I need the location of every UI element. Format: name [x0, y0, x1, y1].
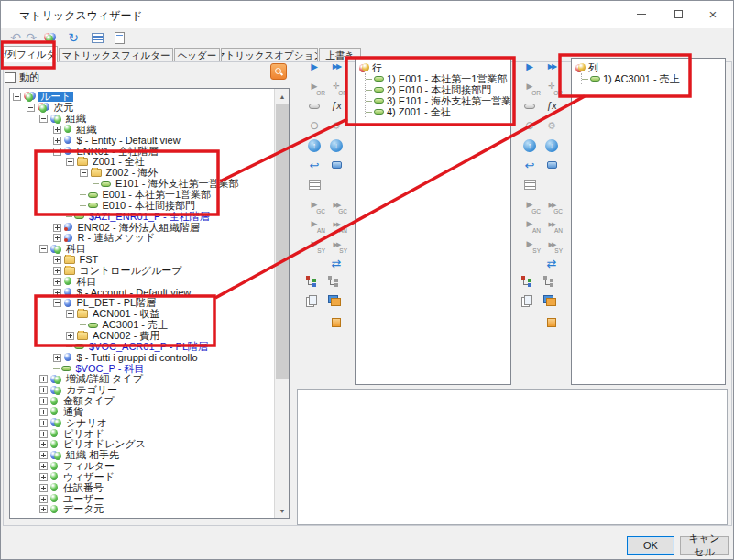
tree-item[interactable]: 次元	[10, 103, 273, 114]
expand-toggle[interactable]	[39, 451, 48, 459]
tree-item[interactable]: $VOC_ACR01_P - PL階層	[10, 341, 273, 352]
minimize-button[interactable]	[623, 1, 660, 27]
scroll-down-button[interactable]: ▼	[275, 503, 290, 518]
tree-item[interactable]: $VOC_P - 科目	[10, 363, 273, 374]
move-right-an-icon[interactable]: ▶AN	[306, 216, 323, 232]
expand-toggle[interactable]	[53, 299, 61, 307]
tab-2[interactable]: マトリックスフィルター	[59, 48, 173, 62]
element-icon[interactable]	[521, 98, 538, 114]
list-item[interactable]: 1) E001 - 本社第一1営業部	[366, 73, 510, 84]
brick-icon[interactable]	[328, 158, 345, 173]
tree-item[interactable]: E010 - 本社間接部門	[10, 200, 273, 211]
hierarchy-grey-icon[interactable]	[543, 276, 560, 291]
move-right-icon[interactable]: ▶	[521, 59, 538, 74]
expand-toggle[interactable]	[53, 354, 61, 362]
move-right-icon[interactable]: ▶	[306, 59, 323, 74]
tree-item[interactable]: ピリオドレングス	[10, 439, 273, 450]
refresh-icon[interactable]: ↻	[65, 29, 82, 46]
expand-toggle[interactable]	[53, 278, 61, 286]
tree-item[interactable]: ユーザー	[10, 493, 273, 504]
hierarchy-grey-icon[interactable]	[328, 276, 345, 291]
settings-icon[interactable]: ⚙	[543, 118, 560, 134]
hierarchy-color-icon[interactable]	[306, 276, 323, 291]
hierarchy-color-icon[interactable]	[521, 276, 538, 291]
remove-icon[interactable]: ⊖	[306, 118, 323, 134]
tree-item[interactable]: ACN002 - 費用	[10, 331, 273, 342]
scroll-up-button[interactable]: ▲	[275, 89, 290, 104]
tree-item[interactable]: 通貨	[10, 406, 273, 417]
cube-icon[interactable]	[328, 315, 345, 331]
expand-toggle[interactable]	[39, 375, 48, 383]
move-right-an-icon[interactable]: ▶AN	[521, 216, 538, 232]
scroll-thumb[interactable]	[276, 104, 289, 379]
move-right-gc-icon[interactable]: ▶GC	[521, 197, 538, 213]
tab-3[interactable]: ヘッダー	[174, 48, 220, 62]
tree-item[interactable]: Z002 - 海外	[10, 168, 273, 179]
swap-icon[interactable]: ⇄	[543, 256, 560, 271]
tree-item[interactable]: データ元	[10, 504, 273, 515]
move-all-sy-icon[interactable]: ▶▶SY	[543, 236, 560, 252]
move-all-sy-icon[interactable]: ▶▶SY	[328, 236, 345, 252]
move-all-an-icon[interactable]: ▶▶AN	[328, 216, 345, 232]
formula-icon[interactable]: ƒx	[543, 98, 560, 114]
expand-toggle[interactable]	[39, 245, 48, 253]
copy-icon[interactable]	[521, 295, 538, 311]
move-up-icon[interactable]: ↑	[306, 137, 323, 153]
move-right-sy-icon[interactable]: ▶SY	[306, 236, 323, 252]
cube-icon[interactable]	[543, 315, 560, 331]
tree-item[interactable]: カテゴリー	[10, 385, 273, 396]
expand-toggle[interactable]	[27, 104, 35, 112]
undo-icon[interactable]: ↶	[7, 29, 24, 46]
tree-item[interactable]: シナリオ	[10, 417, 273, 428]
expand-toggle[interactable]	[53, 224, 61, 232]
tree-item[interactable]: ENR01 - 全社階層	[10, 146, 273, 157]
ok-button[interactable]: OK	[627, 536, 674, 555]
tree-item[interactable]: 組織	[10, 114, 273, 125]
expand-toggle[interactable]	[39, 473, 48, 481]
dimensions-icon[interactable]	[43, 29, 60, 46]
settings-icon[interactable]: ⚙	[328, 118, 345, 134]
expand-toggle[interactable]	[66, 332, 74, 340]
list-view-icon[interactable]	[306, 177, 323, 192]
list-view-icon[interactable]	[521, 177, 538, 192]
expand-toggle[interactable]	[53, 148, 61, 156]
expand-toggle[interactable]	[13, 93, 21, 101]
cancel-button[interactable]: キャンセル	[680, 536, 729, 555]
list-item[interactable]: 4) Z001 - 全社	[366, 106, 510, 117]
redo-icon[interactable]: ↷	[23, 29, 39, 46]
tree-item[interactable]: E001 - 本社第一1営業部	[10, 190, 273, 201]
undo-arrow-icon[interactable]: ↩	[521, 158, 538, 173]
expand-toggle[interactable]	[53, 267, 61, 275]
tab-1[interactable]: 行/列フィルター	[3, 46, 58, 62]
tree-item[interactable]: 科目	[10, 276, 273, 287]
tree-item[interactable]: ウィザード	[10, 472, 273, 483]
folders-icon[interactable]	[328, 295, 345, 311]
move-right-or-icon[interactable]: ▶OR	[521, 79, 538, 94]
dynamic-checkbox[interactable]: 動的	[5, 71, 39, 84]
tree-item[interactable]: ルート	[10, 92, 273, 103]
expand-toggle[interactable]	[39, 419, 48, 427]
tree-item[interactable]: ENR02 - 海外法人組織階層	[10, 222, 273, 233]
move-down-icon[interactable]: ↓	[328, 137, 345, 153]
list-icon[interactable]	[89, 29, 105, 46]
formula-icon[interactable]: ƒx	[328, 98, 345, 114]
close-button[interactable]: ×	[695, 1, 731, 27]
move-all-gc-icon[interactable]: ▶▶GC	[543, 197, 560, 213]
folders-icon[interactable]	[543, 295, 560, 311]
move-all-right-icon[interactable]: ▶▶	[328, 59, 345, 74]
expand-toggle[interactable]	[53, 289, 61, 297]
tree-item[interactable]: コントロールグループ	[10, 266, 273, 277]
tree-item[interactable]: 増減/詳細 タイプ	[10, 374, 273, 385]
expand-toggle[interactable]	[39, 430, 48, 438]
undo-arrow-icon[interactable]: ↩	[306, 158, 323, 173]
expand-toggle[interactable]	[39, 115, 48, 123]
tree-item[interactable]: E101 - 海外支社第一営業部	[10, 179, 273, 190]
copy-icon[interactable]	[306, 295, 323, 311]
expand-toggle[interactable]	[53, 234, 61, 242]
tree-item[interactable]: AC3001 - 売上	[10, 320, 273, 331]
expand-toggle[interactable]	[66, 310, 74, 318]
tree-item[interactable]: FST	[10, 255, 273, 266]
expand-toggle[interactable]	[39, 495, 48, 503]
expand-toggle[interactable]	[39, 484, 48, 492]
move-all-right-icon[interactable]: ▶▶	[543, 59, 560, 74]
